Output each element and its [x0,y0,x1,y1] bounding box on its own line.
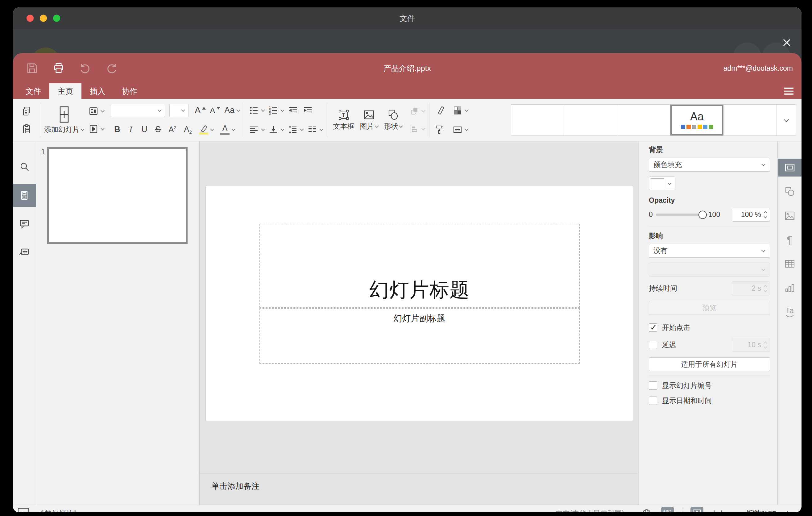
copy-icon[interactable] [20,103,33,119]
apply-to-all-slides-button[interactable]: 适用于所有幻灯片 [649,357,770,371]
insert-textbox-button[interactable]: T 文本框 [330,101,357,139]
bullet-list-icon[interactable] [248,103,266,118]
vertical-align-icon[interactable] [267,122,285,138]
print-icon[interactable] [53,62,65,75]
save-icon[interactable] [26,62,38,75]
background-color-picker[interactable] [649,176,675,190]
spellcheck-icon[interactable]: ABC [661,507,674,513]
chat-icon[interactable] [13,241,36,263]
search-icon[interactable] [13,155,36,178]
zoom-out-button[interactable]: − [732,508,738,513]
tab-collaboration[interactable]: 协作 [114,83,146,99]
columns-icon[interactable] [306,122,324,138]
start-slideshow-status-icon[interactable]: ▶ [18,508,29,513]
close-window-button[interactable] [27,15,34,22]
theme-tile-selected[interactable]: Aa [670,105,723,136]
add-slide-label[interactable]: 添加幻灯片 [44,125,84,134]
opacity-spinner[interactable]: 100 % [732,208,770,222]
redo-icon[interactable] [106,62,118,75]
zoom-in-button[interactable]: + [784,508,790,513]
slide-layout-button[interactable] [87,103,105,119]
horizontal-align-icon[interactable] [248,122,266,138]
theme-gallery-expand-icon[interactable] [777,105,796,136]
copy-style-icon[interactable] [433,122,446,138]
strikethrough-button[interactable]: S [153,122,163,138]
theme-tile[interactable] [617,105,670,136]
theme-tile[interactable] [564,105,617,136]
text-art-settings-icon[interactable]: Ta [778,303,802,321]
increase-font-icon[interactable]: A [194,103,207,118]
font-color-button[interactable]: A [219,122,236,138]
paste-icon[interactable] [20,121,33,137]
superscript-button[interactable]: A2 [167,122,178,138]
fit-to-width-icon[interactable] [712,507,724,513]
opacity-slider[interactable] [656,213,703,216]
show-slide-number-checkbox[interactable] [649,381,657,390]
font-group: A A Aa B I U S A2 A2 [111,101,241,139]
theme-tile[interactable] [723,105,777,136]
slide-position-indicator: 1的幻灯片1 [41,509,77,512]
comments-icon[interactable] [13,212,36,235]
paragraph-settings-icon[interactable]: ¶ [778,231,802,249]
minimize-window-button[interactable] [40,15,47,22]
delay-checkbox[interactable] [649,341,657,349]
menu-icon[interactable] [784,88,793,95]
slide-size-icon[interactable] [451,122,469,138]
slide-subtitle-placeholder[interactable]: 幻灯片副标题 [259,308,580,364]
underline-button[interactable]: U [140,122,149,138]
tab-file[interactable]: 文件 [17,83,49,99]
preview-button[interactable]: 预览 [649,301,770,315]
highlight-color-button[interactable] [198,122,215,138]
bold-button[interactable]: B [113,122,122,138]
shape-settings-icon[interactable] [778,183,802,201]
set-language-icon[interactable] [640,507,653,513]
table-settings-icon[interactable] [778,255,802,273]
change-case-icon[interactable]: Aa [223,103,241,118]
duration-spinner[interactable]: 2 s [732,282,770,295]
effect-type-select[interactable] [649,263,770,277]
left-toolbar [13,141,36,505]
clear-style-icon[interactable] [433,103,446,118]
close-icon[interactable] [780,36,793,49]
add-slide-button[interactable]: 添加幻灯片 [44,101,84,139]
tab-insert[interactable]: 插入 [82,83,114,99]
color-scheme-icon[interactable] [451,103,469,118]
slide-title-placeholder[interactable]: 幻灯片标题 [259,224,580,308]
slides-panel-icon[interactable] [13,184,36,207]
slide-settings-icon[interactable] [778,159,802,176]
start-slideshow-button[interactable] [87,121,105,137]
notes-input[interactable]: 单击添加备注 [200,473,639,505]
fit-to-slide-icon[interactable] [691,507,703,513]
undo-icon[interactable] [79,62,91,75]
insert-shape-button[interactable]: 形状 [381,101,405,139]
slide[interactable]: 幻灯片标题 幻灯片副标题 [206,186,633,421]
increase-indent-icon[interactable] [301,103,315,118]
font-size-input[interactable] [169,104,188,117]
maximize-window-button[interactable] [53,15,60,22]
italic-button[interactable]: I [126,122,136,138]
arrange-shape-icon[interactable] [408,103,426,119]
subscript-button[interactable]: A2 [182,122,194,138]
language-selector[interactable]: 中文(中华人民共和国) [556,509,632,512]
slideshow-options-chevron-icon[interactable] [31,511,34,512]
numbered-list-icon[interactable]: 123 [267,103,285,118]
align-shape-icon[interactable] [408,121,426,137]
font-name-input[interactable] [111,104,165,117]
insert-image-button[interactable]: 图片 [357,101,381,139]
start-on-click-checkbox[interactable] [649,323,657,332]
tab-home[interactable]: 主页 [49,83,82,99]
background-fill-select[interactable]: 颜色填充 [649,158,770,172]
image-settings-icon[interactable] [778,207,802,225]
slide-canvas[interactable]: 幻灯片标题 幻灯片副标题 [200,141,639,473]
delay-spinner[interactable]: 10 s [732,338,770,352]
opacity-stepper[interactable] [764,212,767,218]
line-spacing-icon[interactable] [286,122,304,138]
chart-settings-icon[interactable] [778,279,802,297]
show-date-time-checkbox[interactable] [649,397,657,405]
effect-select[interactable]: 没有 [649,244,770,258]
theme-tile[interactable] [511,105,564,136]
decrease-indent-icon[interactable] [286,103,300,118]
slide-thumbnail[interactable] [47,147,187,244]
decrease-font-icon[interactable]: A [208,103,222,118]
opacity-slider-handle[interactable] [698,210,707,219]
